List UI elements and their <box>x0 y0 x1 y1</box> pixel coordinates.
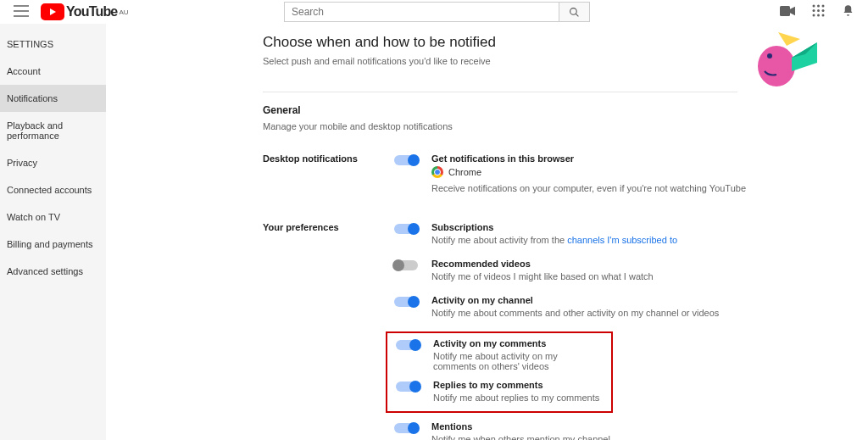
general-section-subtitle: Manage your mobile and desktop notificat… <box>263 121 868 131</box>
pref-activity-channel: Activity on my channel Notify me about c… <box>394 295 868 318</box>
desktop-notifications-row: Desktop notifications Get notifications … <box>263 153 868 207</box>
sidebar-item-connected[interactable]: Connected accounts <box>0 176 106 203</box>
sidebar-item-account[interactable]: Account <box>0 58 106 85</box>
search-icon <box>569 7 580 18</box>
bell-icon[interactable] <box>842 3 854 20</box>
search-button[interactable] <box>559 2 590 22</box>
svg-point-3 <box>817 5 820 8</box>
brand-text: YouTube <box>66 4 117 19</box>
svg-point-8 <box>813 14 815 17</box>
pref-desc: Notify me about activity from the channe… <box>431 235 677 245</box>
pref-desc: Notify me about activity on my comments … <box>433 351 603 371</box>
desktop-notifications-label: Desktop notifications <box>263 153 394 207</box>
toggle-activity-channel[interactable] <box>394 297 418 307</box>
your-preferences-label: Your preferences <box>263 222 394 440</box>
header-actions <box>780 3 854 20</box>
svg-point-9 <box>817 14 820 17</box>
sidebar-item-privacy[interactable]: Privacy <box>0 149 106 176</box>
search-input[interactable] <box>284 2 559 22</box>
pref-activity-comments: Activity on my comments Notify me about … <box>396 338 603 371</box>
highlighted-box: Activity on my comments Notify me about … <box>386 331 613 413</box>
sidebar-item-watchtv[interactable]: Watch on TV <box>0 203 106 231</box>
svg-point-0 <box>570 8 577 14</box>
region-label: AU <box>119 8 128 16</box>
create-icon[interactable] <box>780 6 795 19</box>
pref-desc: Notify me about replies to my comments <box>433 393 599 403</box>
sidebar-item-playback[interactable]: Playback and performance <box>0 112 106 149</box>
pref-title: Recommended videos <box>431 259 654 269</box>
sidebar-heading: SETTINGS <box>0 31 106 58</box>
subscribed-channels-link[interactable]: channels I'm subscribed to <box>567 235 677 245</box>
pref-subscriptions: Subscriptions Notify me about activity f… <box>394 222 868 245</box>
pref-title: Mentions <box>431 421 610 432</box>
pref-title: Replies to my comments <box>433 380 599 390</box>
main-content: Choose when and how to be notified Selec… <box>106 24 868 440</box>
pref-desc: Notify me when others mention my channel <box>431 434 610 440</box>
pref-recommended: Recommended videos Notify me of videos I… <box>394 259 868 281</box>
svg-point-6 <box>817 9 820 12</box>
search-box <box>284 2 590 22</box>
sidebar-item-notifications[interactable]: Notifications <box>0 85 106 112</box>
your-preferences-row: Your preferences Subscriptions Notify me… <box>263 222 868 440</box>
svg-point-7 <box>822 9 825 12</box>
toggle-replies-comments[interactable] <box>396 382 420 392</box>
svg-point-5 <box>813 9 815 12</box>
browser-name: Chrome <box>448 167 481 177</box>
toggle-mentions[interactable] <box>394 423 418 433</box>
pref-title: Activity on my channel <box>431 295 719 305</box>
pref-mentions: Mentions Notify me when others mention m… <box>394 421 868 440</box>
toggle-subscriptions[interactable] <box>394 224 418 234</box>
divider <box>263 92 737 92</box>
toggle-activity-comments[interactable] <box>396 340 420 350</box>
sidebar-item-billing[interactable]: Billing and payments <box>0 231 106 258</box>
pref-browser-notifications: Get notifications in this browser Chrome… <box>394 153 868 193</box>
toggle-recommended[interactable] <box>394 260 418 270</box>
apps-icon[interactable] <box>812 4 825 19</box>
svg-point-10 <box>822 14 825 17</box>
sidebar-item-advanced[interactable]: Advanced settings <box>0 258 106 285</box>
pref-replies-comments: Replies to my comments Notify me about r… <box>396 380 603 403</box>
pref-title: Get notifications in this browser <box>431 153 746 164</box>
hero-illustration <box>753 31 821 92</box>
general-section-title: General <box>263 104 868 116</box>
pref-desc: Notify me about comments and other activ… <box>431 308 719 318</box>
settings-sidebar: SETTINGS Account Notifications Playback … <box>0 24 106 440</box>
svg-rect-1 <box>780 6 790 16</box>
svg-point-12 <box>767 53 772 58</box>
pref-title: Activity on my comments <box>433 338 603 348</box>
svg-point-2 <box>813 5 815 8</box>
chrome-icon <box>431 166 443 178</box>
pref-title: Subscriptions <box>431 222 677 232</box>
play-icon <box>41 3 64 20</box>
pref-desc: Notify me of videos I might like based o… <box>431 271 654 281</box>
pref-desc: Receive notifications on your computer, … <box>431 183 746 193</box>
youtube-logo[interactable]: YouTube AU <box>41 3 129 20</box>
svg-point-4 <box>822 5 825 8</box>
app-header: YouTube AU <box>0 0 868 24</box>
hamburger-icon[interactable] <box>14 5 29 19</box>
svg-point-11 <box>758 46 795 86</box>
toggle-browser-notifications[interactable] <box>394 155 418 165</box>
